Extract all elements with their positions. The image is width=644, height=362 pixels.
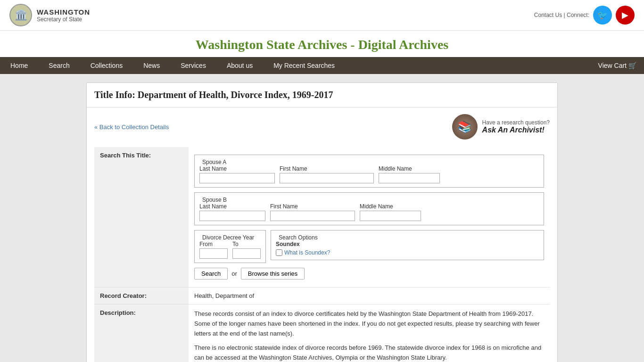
twitter-button[interactable]: 🐦 (593, 6, 612, 25)
spouse-b-first-input[interactable] (270, 211, 355, 221)
spouse-b-fields: Last Name First Name Middle Name (199, 203, 539, 221)
year-from-field: From (199, 241, 228, 259)
spouse-b-legend: Spouse B (199, 197, 539, 203)
soundex-row: Soundex What is Soundex? (276, 241, 539, 256)
spouse-a-first-label: First Name (280, 165, 374, 172)
spouse-a-middle-field: Middle Name (379, 165, 440, 183)
spouse-b-middle-input[interactable] (360, 211, 421, 221)
spouse-a-middle-input[interactable] (379, 173, 440, 183)
spouse-b-middle-field: Middle Name (360, 203, 421, 221)
top-right: Contact Us | Connect: 🐦 ▶ (534, 6, 635, 25)
main-nav: Home Search Collections News Services Ab… (0, 57, 644, 74)
top-bar: 🏛️ WASHINGTON Secretary of State Contact… (0, 0, 644, 31)
spouse-b-first-label: First Name (270, 203, 355, 210)
department-name: Secretary of State (37, 16, 90, 23)
description-row: Description: These records consist of an… (94, 304, 550, 362)
year-legend: Divorce Decree Year (199, 234, 261, 241)
cart-icon: 🛒 (628, 62, 636, 69)
spouse-b-last-field: Last Name (199, 203, 265, 221)
contact-text: Contact Us | Connect: (534, 12, 589, 18)
search-form: Spouse A Last Name First Name (194, 152, 544, 282)
browse-series-button[interactable]: Browse this series (241, 268, 305, 280)
page-title: Title Info: Department of Health, Divorc… (94, 90, 550, 100)
description-para-1: These records consist of an index to div… (194, 309, 544, 338)
description-para-2: There is no electronic statewide index o… (194, 343, 544, 362)
description-value: These records consist of an index to div… (189, 304, 550, 362)
search-row: Search This Title: Spouse A Last Name (94, 147, 550, 288)
spouse-a-first-input[interactable] (280, 173, 374, 183)
spouse-b-first-field: First Name (270, 203, 355, 221)
nav-services[interactable]: Services (170, 57, 216, 74)
info-table: Search This Title: Spouse A Last Name (94, 147, 550, 362)
soundex-link[interactable]: What is Soundex? (284, 249, 330, 256)
spouse-a-first-field: First Name (280, 165, 374, 183)
spouse-a-middle-label: Middle Name (379, 165, 440, 172)
year-from-label: From (199, 241, 228, 247)
year-to-field: To (232, 241, 261, 259)
spouse-b-last-label: Last Name (199, 203, 265, 210)
archivist-image: 📚 (452, 114, 478, 140)
spouse-b-last-input[interactable] (199, 211, 265, 221)
back-link[interactable]: « Back to Collection Details (94, 123, 169, 131)
ask-archivist: 📚 Have a research question? Ask An Archi… (452, 114, 550, 140)
record-creator-label: Record Creator: (94, 288, 189, 304)
nav-news[interactable]: News (133, 57, 170, 74)
search-form-cell: Spouse A Last Name First Name (189, 147, 550, 288)
state-name: WASHINGTON (37, 8, 90, 16)
spouse-b-middle-label: Middle Name (360, 203, 421, 210)
record-creator-row: Record Creator: Health, Department of (94, 288, 550, 304)
nav-about[interactable]: About us (216, 57, 263, 74)
content-header: « Back to Collection Details 📚 Have a re… (94, 114, 550, 140)
search-label: Search This Title: (94, 147, 189, 288)
archivist-cta[interactable]: Ask An Archivist! (482, 126, 550, 134)
spouse-a-legend: Spouse A (199, 159, 539, 165)
spouse-a-last-label: Last Name (199, 165, 275, 172)
year-fieldset: Divorce Decree Year From To (194, 230, 266, 263)
options-fieldset: Search Options Soundex What is Soundex? (271, 230, 544, 260)
spouse-a-fields: Last Name First Name Middle Name (199, 165, 539, 183)
year-from-input[interactable] (199, 248, 228, 259)
back-link-anchor[interactable]: « Back to Collection Details (94, 123, 169, 131)
record-creator-value: Health, Department of (189, 288, 550, 304)
spouse-a-last-field: Last Name (199, 165, 275, 183)
year-to-label: To (232, 241, 261, 247)
view-cart-button[interactable]: View Cart 🛒 (591, 57, 644, 74)
soundex-check: What is Soundex? (276, 249, 539, 256)
soundex-label: Soundex (276, 241, 539, 247)
page-title-area: Title Info: Department of Health, Divorc… (87, 83, 557, 107)
site-title: Washington State Archives - Digital Arch… (0, 37, 644, 52)
bottom-row: Divorce Decree Year From To (194, 230, 544, 263)
spouse-b-fieldset: Spouse B Last Name First Name (194, 192, 544, 225)
or-text: or (231, 270, 237, 277)
spouse-a-fieldset: Spouse A Last Name First Name (194, 155, 544, 188)
spouse-a-last-input[interactable] (199, 173, 275, 183)
site-title-area: Washington State Archives - Digital Arch… (0, 31, 644, 57)
logo-area: 🏛️ WASHINGTON Secretary of State (9, 4, 90, 26)
nav-search[interactable]: Search (38, 57, 80, 74)
soundex-checkbox[interactable] (276, 249, 282, 256)
content-area: « Back to Collection Details 📚 Have a re… (87, 107, 557, 362)
youtube-button[interactable]: ▶ (616, 6, 635, 25)
archivist-question: Have a research question? (482, 119, 550, 126)
logo-text: WASHINGTON Secretary of State (37, 8, 90, 23)
cart-label: View Cart (598, 62, 627, 69)
search-button[interactable]: Search (194, 268, 228, 280)
archivist-text: Have a research question? Ask An Archivi… (482, 119, 550, 134)
nav-home[interactable]: Home (0, 57, 38, 74)
nav-recent-searches[interactable]: My Recent Searches (263, 57, 345, 74)
nav-collections[interactable]: Collections (80, 57, 133, 74)
description-label: Description: (94, 304, 189, 362)
year-to-input[interactable] (232, 248, 261, 259)
btn-row: Search or Browse this series (194, 268, 544, 280)
options-legend: Search Options (276, 234, 539, 241)
year-row: From To (199, 241, 261, 259)
state-seal-icon: 🏛️ (9, 4, 32, 26)
main-content: Title Info: Department of Health, Divorc… (86, 82, 558, 362)
